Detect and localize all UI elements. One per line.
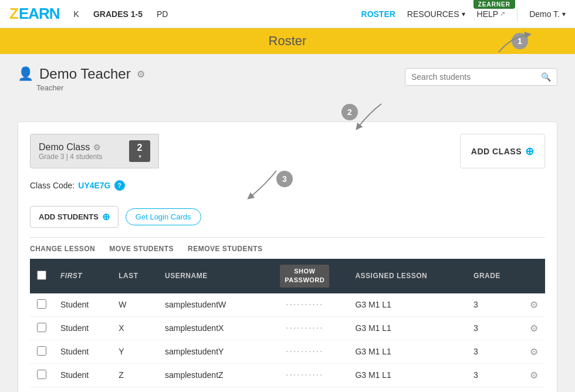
table-header-last: LAST [111,259,158,293]
student-settings-cell: ⚙ [523,316,545,340]
teacher-role: Teacher [36,83,145,92]
zeaner-badge: ZEARNER [473,0,515,9]
row-checkbox[interactable] [37,370,46,379]
top-nav: ZEARNER Z EARN K GRADES 1-5 PD ROSTER RE… [0,0,575,28]
search-input[interactable] [411,72,541,82]
student-lesson: G3 M1 L1 [348,316,466,340]
student-last: Z [111,363,158,387]
student-last: Y [111,340,158,363]
table-header-assigned-lesson: ASSIGNED LESSON [348,259,466,293]
student-first: Student [53,340,111,363]
student-settings-icon[interactable]: ⚙ [530,300,538,310]
class-tabs-row: Demo Class ⚙ Grade 3 | 4 students 2 ▾ AD… [30,134,545,168]
class-name-text: Demo Class [39,142,90,153]
row-checkbox[interactable] [37,346,46,356]
search-box[interactable]: 🔍 [405,68,557,86]
password-dots: ·········· [286,323,323,333]
add-students-button[interactable]: ADD STUDENTS ⊕ [30,206,119,228]
page-banner: Roster 1 [0,28,575,54]
show-password-btn[interactable]: SHOWPASSWORD [280,265,329,288]
student-settings-cell: ⚙ [523,293,545,317]
student-first: Student [53,363,111,387]
add-students-plus-icon: ⊕ [102,211,110,222]
student-settings-cell: ⚙ [523,340,545,363]
student-password: ·········· [261,363,348,387]
table-header-checkbox [30,259,53,293]
student-settings-icon[interactable]: ⚙ [530,323,538,333]
external-link-icon: ↗ [500,10,505,18]
password-dots: ·········· [286,346,323,356]
action-buttons-row: ADD STUDENTS ⊕ Get Login Cards [30,206,545,228]
get-login-cards-button[interactable]: Get Login Cards [126,208,201,225]
person-icon: 👤 [18,66,33,82]
student-table-body: Student W samplestudentW ·········· G3 M… [30,293,545,387]
logo-z: Z [9,5,19,23]
student-grade: 3 [466,316,523,340]
student-table: FIRST LAST USERNAME SHOWPASSWORD ASSIGNE… [30,259,545,387]
logo-earn: EARN [19,5,60,23]
nav-roster[interactable]: ROSTER [361,9,395,19]
student-grade: 3 [466,293,523,317]
logo[interactable]: Z EARN [9,5,60,23]
table-row: Student W samplestudentW ·········· G3 M… [30,293,545,317]
student-username: samplestudentZ [158,363,261,387]
user-menu[interactable]: Demo T. ▾ [529,9,566,19]
class-tab-sub: Grade 3 | 4 students [39,153,124,161]
student-password: ·········· [261,316,348,340]
row-checkbox[interactable] [37,299,46,309]
teacher-name-row: 👤 Demo Teacher ⚙ [18,66,145,82]
nav-k[interactable]: K [74,9,79,19]
class-tab[interactable]: Demo Class ⚙ Grade 3 | 4 students 2 ▾ [30,134,159,168]
select-all-checkbox[interactable] [37,271,46,280]
get-login-cards-label: Get Login Cards [136,212,191,221]
nav-pd[interactable]: PD [157,9,168,19]
table-row: Student Y samplestudentY ·········· G3 M… [30,340,545,363]
divider [30,237,545,238]
main-nav: K GRADES 1-5 PD [74,9,168,19]
table-header-grade: GRADE [466,259,523,293]
change-lesson-button[interactable]: CHANGE LESSON [30,245,95,253]
nav-help[interactable]: HELP ↗ [477,9,506,19]
search-icon: 🔍 [541,72,551,82]
classes-container: Demo Class ⚙ Grade 3 | 4 students 2 ▾ AD… [18,121,557,392]
class-code-row: Class Code: UY4E7G ? [30,180,545,191]
class-code-label: Class Code: [30,181,75,190]
student-lesson: G3 M1 L1 [348,293,466,317]
student-grade: 3 [466,340,523,363]
user-chevron-icon: ▾ [562,10,566,18]
class-tab-chevron-icon: ▾ [138,153,141,160]
student-lesson: G3 M1 L1 [348,363,466,387]
student-settings-cell: ⚙ [523,363,545,387]
student-password: ·········· [261,293,348,317]
nav-resources[interactable]: RESOURCES ▾ [407,9,465,19]
student-lesson: G3 M1 L1 [348,340,466,363]
remove-students-button[interactable]: REMOVE STUDENTS [188,245,263,253]
table-header-username: USERNAME [158,259,261,293]
table-header-actions [523,259,545,293]
row-checkbox[interactable] [37,323,46,332]
student-last: X [111,316,158,340]
nav-right: ROSTER RESOURCES ▾ HELP ↗ Demo T. ▾ [361,7,566,21]
resources-chevron-icon: ▾ [462,10,465,18]
class-code-value: UY4E7G [78,181,110,190]
nav-help-label: HELP [477,9,499,19]
student-first: Student [53,316,111,340]
add-class-button[interactable]: ADD CLASS ⊕ [460,134,545,168]
banner-title: Roster [269,33,307,49]
teacher-settings-icon[interactable]: ⚙ [137,69,145,80]
class-tab-info: Demo Class ⚙ Grade 3 | 4 students [39,142,124,161]
row-checkbox-cell [30,293,53,317]
annotation-arrow-1 [493,32,540,55]
help-icon[interactable]: ? [114,180,125,191]
move-students-button[interactable]: MOVE STUDENTS [109,245,174,253]
table-header-row: FIRST LAST USERNAME SHOWPASSWORD ASSIGNE… [30,259,545,293]
student-settings-icon[interactable]: ⚙ [530,370,538,380]
main-content: 👤 Demo Teacher ⚙ Teacher 🔍 2 Demo Class [0,54,575,392]
table-actions-row: CHANGE LESSON MOVE STUDENTS REMOVE STUDE… [30,245,545,253]
student-settings-icon[interactable]: ⚙ [530,347,538,357]
class-settings-icon[interactable]: ⚙ [93,143,101,152]
nav-grades[interactable]: GRADES 1-5 [93,9,143,19]
student-grade: 3 [466,363,523,387]
class-tab-count: 2 [137,143,143,153]
student-username: samplestudentX [158,316,261,340]
